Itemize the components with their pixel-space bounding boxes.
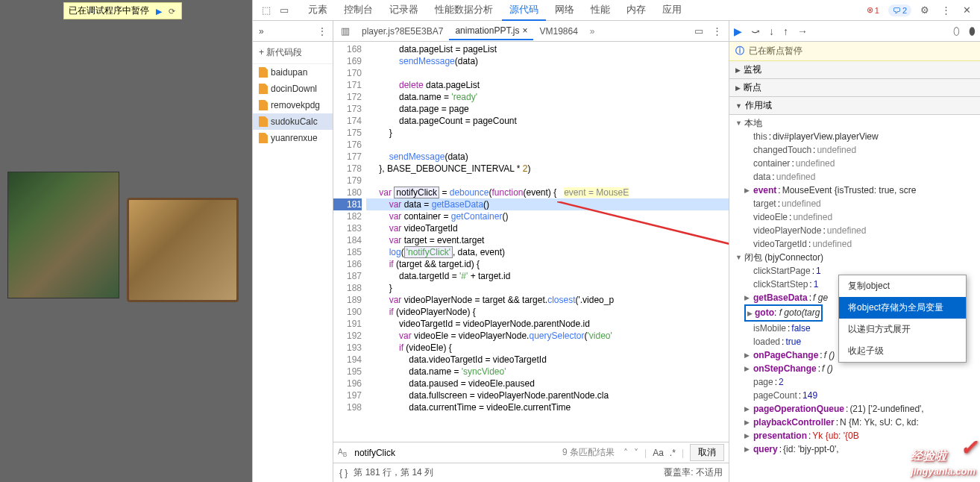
- editor-tab[interactable]: player.js?8E5E3BA7: [356, 22, 449, 40]
- scope-variable[interactable]: container: undefined: [735, 157, 980, 170]
- tab-0[interactable]: 元素: [301, 0, 335, 21]
- new-snippet-button[interactable]: + 新代码段: [253, 42, 333, 64]
- scope-variable[interactable]: this: div#playerView.playerView: [735, 130, 980, 143]
- code-line[interactable]: var target = event.target: [366, 234, 729, 246]
- code-line[interactable]: data.paused = videoEle.paused: [366, 378, 729, 389]
- line-number[interactable]: 189: [333, 294, 362, 306]
- scope-variable[interactable]: ▶onStepChange: f (): [735, 362, 980, 375]
- file-item[interactable]: removekpdg: [253, 97, 333, 113]
- code-line[interactable]: data.pageCount = pageCount: [366, 115, 729, 127]
- code-line[interactable]: data.page = page: [366, 103, 729, 115]
- code-line[interactable]: [366, 175, 729, 187]
- scope-variable[interactable]: ▶event: MouseEvent {isTrusted: true, scr…: [735, 184, 980, 197]
- file-item[interactable]: yuanrenxue: [253, 130, 333, 146]
- line-number[interactable]: 181: [333, 198, 362, 210]
- line-number[interactable]: 169: [333, 55, 362, 67]
- code-line[interactable]: data.fullscreen = videoPlayerNode.parent…: [366, 389, 729, 401]
- step-out-icon[interactable]: ↑: [783, 25, 788, 37]
- code-line[interactable]: data.currentTime = videoEle.currentTime: [366, 401, 729, 413]
- cancel-button[interactable]: 取消: [690, 444, 724, 461]
- scope-variable[interactable]: ▶pageOperationQueue: (21) ['2-undefined'…: [735, 402, 980, 416]
- line-number[interactable]: 179: [333, 175, 362, 187]
- close-icon[interactable]: ✕: [959, 3, 974, 18]
- code-line[interactable]: data.targetId = '#' + target.id: [366, 270, 729, 282]
- code-line[interactable]: if (target && target.id) {: [366, 258, 729, 270]
- breakpoints-section[interactable]: 断点: [729, 79, 980, 97]
- scope-variable[interactable]: videoTargetId: undefined: [735, 237, 980, 251]
- context-menu-item[interactable]: 收起子级: [839, 340, 966, 362]
- close-tab-icon[interactable]: ×: [522, 25, 527, 36]
- code-line[interactable]: if (videoEle) {: [366, 342, 729, 354]
- tab-4[interactable]: 源代码: [502, 0, 546, 21]
- tab-1[interactable]: 控制台: [336, 0, 380, 21]
- line-number[interactable]: 182: [333, 210, 362, 222]
- code-line[interactable]: var videoPlayerNode = target && target.c…: [366, 294, 729, 306]
- context-menu-item[interactable]: 以递归方式展开: [839, 319, 966, 340]
- code-line[interactable]: }: [366, 127, 729, 139]
- tab-8[interactable]: 应用: [655, 0, 689, 21]
- code-line[interactable]: var data = getBaseData(): [366, 198, 729, 210]
- error-badge[interactable]: ⊗ 1: [864, 4, 882, 16]
- tab-2[interactable]: 记录器: [382, 0, 426, 21]
- scope-header[interactable]: ▼闭包 (bjyConnector): [735, 251, 980, 264]
- code-line[interactable]: data.videoTargetId = videoTargetId: [366, 354, 729, 366]
- scope-variable[interactable]: data: undefined: [735, 170, 980, 184]
- line-number[interactable]: 191: [333, 318, 362, 330]
- pause-exceptions-icon[interactable]: ⬮: [969, 25, 976, 37]
- line-number[interactable]: 197: [333, 389, 362, 401]
- file-item[interactable]: docinDownl: [253, 81, 333, 97]
- code-line[interactable]: }: [366, 282, 729, 294]
- editor-tab[interactable]: animationPPT.js×: [449, 22, 533, 40]
- line-number[interactable]: 190: [333, 306, 362, 318]
- match-case-toggle[interactable]: Aa: [653, 448, 664, 458]
- code-line[interactable]: data.pageList = pageList: [366, 43, 729, 55]
- editor-tab[interactable]: VM19864: [533, 22, 583, 40]
- line-number[interactable]: 195: [333, 366, 362, 378]
- more-icon[interactable]: ⋮: [318, 26, 327, 37]
- line-number[interactable]: 176: [333, 139, 362, 151]
- file-item[interactable]: sudokuCalc: [253, 113, 333, 130]
- prev-match-icon[interactable]: ˄: [624, 448, 628, 458]
- line-number[interactable]: 196: [333, 378, 362, 389]
- step-icon[interactable]: →: [797, 25, 808, 37]
- braces-icon[interactable]: { }: [339, 468, 348, 478]
- resume-icon[interactable]: ▶: [734, 25, 742, 37]
- scope-header[interactable]: ▼本地: [735, 116, 980, 130]
- inspect-icon[interactable]: ⬚: [259, 3, 274, 18]
- scope-variable[interactable]: page: 2: [735, 375, 980, 389]
- resume-icon[interactable]: ▶: [154, 6, 164, 16]
- tab-5[interactable]: 网络: [547, 0, 582, 21]
- tab-7[interactable]: 内存: [619, 0, 653, 21]
- code-line[interactable]: sendMessage(data): [366, 55, 729, 67]
- code-line[interactable]: }, BASE_DEBOUNCE_INTERVAL * 2): [366, 163, 729, 175]
- watch-section[interactable]: 监视: [729, 61, 980, 79]
- scope-section[interactable]: 作用域: [729, 97, 980, 115]
- line-number[interactable]: 187: [333, 270, 362, 282]
- code-line[interactable]: if (videoPlayerNode) {: [366, 306, 729, 318]
- expand-icon[interactable]: »: [259, 26, 264, 37]
- search-input[interactable]: [353, 446, 472, 460]
- regex-toggle[interactable]: .*: [670, 448, 676, 458]
- file-item[interactable]: baidupan: [253, 64, 333, 81]
- code-line[interactable]: videoTargetId = videoPlayerNode.parentNo…: [366, 318, 729, 330]
- code-line[interactable]: var container = getContainer(): [366, 210, 729, 222]
- line-number[interactable]: 171: [333, 79, 362, 91]
- run-icon[interactable]: ▭: [691, 24, 706, 39]
- line-number[interactable]: 184: [333, 234, 362, 246]
- scope-variable[interactable]: videoPlayerNode: undefined: [735, 224, 980, 237]
- line-number[interactable]: 172: [333, 91, 362, 103]
- case-icon[interactable]: AB: [338, 448, 347, 458]
- code-line[interactable]: [366, 67, 729, 79]
- step-icon[interactable]: ⟳: [166, 6, 177, 16]
- code-line[interactable]: delete data.pageList: [366, 79, 729, 91]
- device-icon[interactable]: ▭: [277, 3, 292, 18]
- code-line[interactable]: [366, 139, 729, 151]
- code-line[interactable]: var videoEle = videoPlayerNode.querySele…: [366, 330, 729, 342]
- code-line[interactable]: data.name = 'ready': [366, 91, 729, 103]
- code-line[interactable]: data.name = 'syncVideo': [366, 366, 729, 378]
- tab-3[interactable]: 性能数据分析: [427, 0, 500, 21]
- line-number[interactable]: 177: [333, 151, 362, 163]
- line-number[interactable]: 174: [333, 115, 362, 127]
- scope-variable[interactable]: pageCount: 149: [735, 389, 980, 402]
- code-line[interactable]: log('notifyClick', data, event): [366, 246, 729, 258]
